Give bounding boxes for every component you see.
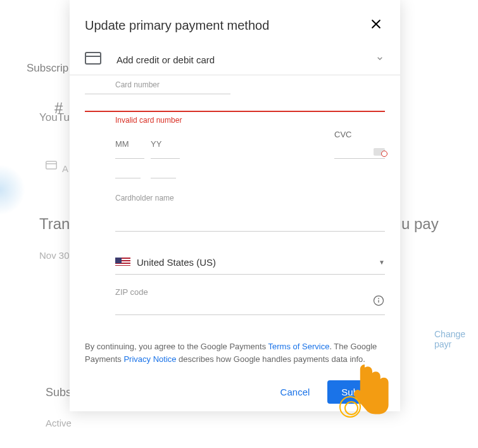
info-icon[interactable] [372, 294, 385, 309]
bg-text: Active [46, 418, 72, 428]
bg-text: Subs [46, 386, 72, 399]
zip-label: ZIP code [115, 287, 385, 297]
legal-text: By continuing, you agree to the Google P… [70, 315, 400, 365]
expiry-year-input[interactable] [151, 130, 180, 159]
expiry-month-input[interactable] [115, 130, 144, 159]
cancel-button[interactable]: Cancel [273, 380, 318, 404]
underline-decoration [115, 178, 385, 178]
bg-text: Subscrip [27, 62, 68, 75]
credit-card-icon [46, 161, 57, 172]
cvc-input[interactable] [334, 148, 385, 159]
submit-button[interactable]: Submit [327, 380, 385, 404]
cardholder-name-label: Cardholder name [115, 194, 385, 202]
chevron-down-icon [375, 53, 385, 66]
dropdown-caret-icon: ▼ [379, 259, 385, 266]
privacy-notice-link[interactable]: Privacy Notice [123, 354, 176, 364]
close-button[interactable] [370, 18, 385, 33]
change-payment-link: Change payr [434, 329, 478, 349]
svg-rect-2 [85, 53, 101, 64]
credit-card-icon [85, 52, 101, 67]
bg-text: u pay [401, 215, 439, 233]
modal-header: Update primary payment method [70, 0, 400, 46]
update-payment-modal: Update primary payment method Add credit… [70, 0, 400, 411]
country-label: United States (US) [137, 257, 379, 268]
hash-icon: # [54, 99, 63, 117]
modal-actions: Cancel Submit [70, 365, 400, 406]
cvc-label: CVC [334, 130, 351, 139]
card-number-error: Invalid card number [115, 116, 385, 125]
cvc-card-icon [374, 148, 385, 156]
bg-text: Tran [39, 215, 70, 233]
underline-decoration [85, 94, 230, 94]
bg-decoration [0, 165, 25, 215]
card-number-label: Card number [115, 80, 385, 89]
cardholder-name-input[interactable] [115, 213, 385, 232]
card-form-body: Card number # Invalid card number CVC [70, 75, 400, 315]
svg-point-5 [378, 298, 379, 299]
close-icon [370, 18, 382, 30]
bg-text: Nov 30 [39, 250, 70, 261]
modal-title: Update primary payment method [85, 18, 269, 33]
terms-of-service-link[interactable]: Terms of Service [268, 342, 330, 351]
country-selector[interactable]: United States (US) ▼ [115, 257, 385, 275]
card-type-label: Add credit or debit card [116, 54, 375, 65]
svg-rect-0 [46, 161, 57, 169]
card-number-input[interactable] [85, 95, 385, 112]
card-type-selector[interactable]: Add credit or debit card [70, 46, 400, 75]
us-flag-icon [115, 258, 130, 268]
zip-code-field[interactable]: ZIP code [115, 287, 385, 315]
bg-text: A [62, 163, 68, 174]
